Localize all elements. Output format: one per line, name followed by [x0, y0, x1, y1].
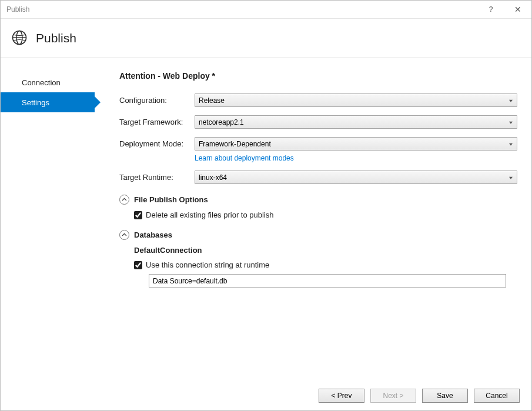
deployment-mode-link[interactable]: Learn about deployment modes: [195, 154, 294, 162]
use-runtime-checkbox[interactable]: [134, 261, 142, 269]
sidebar-item-connection[interactable]: Connection: [1, 72, 95, 92]
target-framework-label: Target Framework:: [119, 118, 195, 126]
target-runtime-select[interactable]: linux-x64: [195, 171, 517, 184]
help-icon: ?: [489, 5, 493, 14]
window-title: Publish: [6, 5, 29, 14]
target-runtime-label: Target Runtime:: [119, 173, 195, 182]
row-connection-string: [149, 274, 517, 288]
configuration-label: Configuration:: [119, 96, 195, 105]
close-icon: ✕: [514, 5, 521, 14]
row-deployment-mode-link: Learn about deployment modes: [119, 154, 517, 162]
target-framework-select[interactable]: netcoreapp2.1: [195, 115, 517, 129]
row-deployment-mode: Deployment Mode: Framework-Dependent: [119, 137, 517, 151]
connection-name: DefaultConnection: [134, 246, 517, 255]
page-header: Publish: [1, 18, 531, 58]
save-button[interactable]: Save: [422, 389, 468, 403]
content-row: Connection Settings Attention - Web Depl…: [1, 58, 531, 381]
help-button[interactable]: ?: [477, 1, 504, 18]
configuration-select[interactable]: Release: [195, 93, 517, 107]
footer: < Prev Next > Save Cancel: [1, 381, 531, 410]
page-title: Publish: [36, 31, 76, 45]
row-target-runtime: Target Runtime: linux-x64: [119, 171, 517, 184]
file-publish-title: File Publish Options: [134, 195, 208, 204]
chevron-up-icon: [119, 230, 129, 240]
delete-existing-checkbox[interactable]: [134, 211, 142, 219]
deployment-mode-select[interactable]: Framework-Dependent: [195, 137, 517, 151]
databases-title: Databases: [134, 230, 172, 239]
delete-existing-label: Delete all existing files prior to publi…: [146, 210, 274, 219]
cancel-button[interactable]: Cancel: [474, 389, 520, 403]
row-delete-existing: Delete all existing files prior to publi…: [134, 210, 517, 219]
deployment-mode-label: Deployment Mode:: [119, 139, 195, 148]
row-use-runtime: Use this connection string at runtime: [134, 260, 517, 269]
sidebar-item-settings[interactable]: Settings: [1, 92, 95, 112]
section-file-publish[interactable]: File Publish Options: [119, 195, 517, 205]
section-databases[interactable]: Databases: [119, 230, 517, 240]
main-pane: Attention - Web Deploy * Configuration: …: [95, 58, 531, 381]
connection-string-input[interactable]: [149, 274, 506, 288]
row-configuration: Configuration: Release: [119, 93, 517, 107]
attention-title: Attention - Web Deploy *: [119, 71, 517, 81]
row-target-framework: Target Framework: netcoreapp2.1: [119, 115, 517, 129]
next-button: Next >: [370, 389, 416, 403]
use-runtime-label: Use this connection string at runtime: [146, 260, 269, 269]
chevron-up-icon: [119, 195, 129, 205]
prev-button[interactable]: < Prev: [319, 389, 364, 403]
globe-icon: [11, 29, 28, 48]
sidebar: Connection Settings: [1, 58, 95, 381]
close-button[interactable]: ✕: [504, 1, 531, 18]
sidebar-item-label: Settings: [22, 98, 49, 107]
title-bar: Publish ? ✕: [1, 1, 531, 18]
sidebar-item-label: Connection: [22, 78, 61, 87]
